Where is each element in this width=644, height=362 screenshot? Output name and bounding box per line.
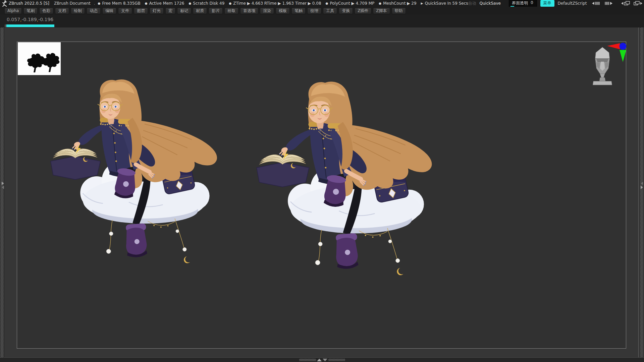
menu-tab[interactable]: 拾取 xyxy=(224,8,238,14)
alpha-silhouettes xyxy=(18,42,61,75)
menu-tab[interactable]: 动态 xyxy=(87,8,101,14)
title-bar-right: 自动 QuickSave 界面透明 0 菜单 DefaultZScript xyxy=(468,0,644,7)
menu-tab[interactable]: 首选项 xyxy=(240,8,258,14)
status-readouts: ● Free Mem 8.335GB ● Active Mem 1726 ● S… xyxy=(98,1,468,6)
status-bullet-icon: ● xyxy=(189,2,191,5)
menu-tab[interactable]: 标记 xyxy=(177,8,191,14)
hscroll-strip-left[interactable] xyxy=(299,359,316,361)
z-axis-dot-icon[interactable] xyxy=(620,43,627,50)
status-item: ● Scratch Disk 49 xyxy=(189,1,224,6)
sculpt-render-left[interactable] xyxy=(51,79,217,263)
menu-tab[interactable]: 文件 xyxy=(118,8,132,14)
status-bullet-icon: ● xyxy=(145,2,148,5)
scroll-right-icon[interactable] xyxy=(641,186,643,189)
menu-tab[interactable]: 宏 xyxy=(165,8,175,14)
menu-tab[interactable]: 工具 xyxy=(323,8,337,14)
status-text: MeshCount ▶ 29 xyxy=(383,1,416,6)
horizontal-scroll-bar xyxy=(0,357,644,362)
menu-tab[interactable]: 笔触 xyxy=(291,8,306,14)
menu-tab[interactable]: 模板 xyxy=(276,8,290,14)
menu-tab[interactable]: 文档 xyxy=(55,8,69,14)
menu-tab[interactable]: 纹理 xyxy=(307,8,321,14)
previous-document-icon[interactable] xyxy=(621,1,630,6)
right-scroll-strip[interactable] xyxy=(640,27,643,357)
status-item: ▶ QuickSave In 59 Secs xyxy=(421,1,468,6)
menu-tab[interactable]: 灯光 xyxy=(150,8,164,14)
coordinate-bar: 0.057,-0.189,-0.196 xyxy=(0,15,644,27)
camera-head-gizmo[interactable] xyxy=(593,44,612,86)
cursor-coordinates: 0.057,-0.189,-0.196 xyxy=(7,17,53,22)
status-bullet-icon: ● xyxy=(98,2,101,5)
scroll-down-icon[interactable] xyxy=(323,359,327,361)
status-item: ● Active Mem 1726 xyxy=(145,1,184,6)
menu-tab[interactable]: 编辑 xyxy=(102,8,116,14)
title-separator-dot: . xyxy=(94,1,95,6)
scroll-left-icon[interactable] xyxy=(2,186,4,189)
menu-bar: Alpha 笔刷 色彩 文档 绘制 动态 编辑 文件 图层 灯光 宏 标记 材质… xyxy=(0,7,644,15)
status-text: PolyCount ▶ 4.709 MP xyxy=(330,1,374,6)
hscroll-strip-right[interactable] xyxy=(328,359,345,361)
menu-toggle-button[interactable]: 菜单 xyxy=(540,0,554,7)
scroll-left-icon[interactable] xyxy=(641,182,643,185)
ui-opacity-label: 界面透明 xyxy=(512,0,528,6)
window-controls xyxy=(592,1,644,6)
right-panel-divider xyxy=(638,27,639,357)
scrub-forward-icon[interactable] xyxy=(604,1,612,5)
menu-tab[interactable]: 变换 xyxy=(339,8,353,14)
app-title: ZBrush 2022.0.5 [S] xyxy=(9,1,49,6)
ui-opacity-value: 0 xyxy=(531,0,533,6)
right-scroll-arrows[interactable] xyxy=(640,182,644,189)
quicksave-button[interactable]: QuickSave xyxy=(480,1,501,6)
title-bar: ZBrush 2022.0.5 [S] ZBrush Document . ● … xyxy=(0,0,644,7)
status-bullet-icon: ▶ xyxy=(421,2,423,5)
sculpt-render-right[interactable] xyxy=(257,81,432,275)
progress-fill xyxy=(6,24,54,27)
menu-tab[interactable]: Alpha xyxy=(4,8,22,14)
status-item: ● ZTime ▶ 4.663 RTime ▶ 1.963 Timer ▶ 0.… xyxy=(229,1,321,6)
next-document-icon[interactable] xyxy=(633,1,642,6)
status-text: ZTime ▶ 4.663 RTime ▶ 1.963 Timer ▶ 0.08 xyxy=(233,1,321,6)
quicksave-progress-bar xyxy=(5,24,55,27)
menu-tab[interactable]: Z脚本 xyxy=(373,8,390,14)
sculpt-scene[interactable] xyxy=(17,42,626,348)
document-canvas[interactable] xyxy=(17,42,626,349)
zbrush-window: ZBrush 2022.0.5 [S] ZBrush Document . ● … xyxy=(0,0,644,362)
menu-tab[interactable]: 图层 xyxy=(134,8,148,14)
alpha-preview-thumbnail xyxy=(18,42,61,75)
zbrush-logo-icon xyxy=(1,0,7,7)
status-text: Scratch Disk 49 xyxy=(193,1,224,6)
menu-tab[interactable]: 色彩 xyxy=(39,8,53,14)
menu-tab[interactable]: 材质 xyxy=(193,8,207,14)
status-text: Free Mem 8.335GB xyxy=(102,1,140,6)
menu-tab[interactable]: Z插件 xyxy=(355,8,371,14)
menu-tab[interactable]: 绘制 xyxy=(71,8,85,14)
menu-tab[interactable]: 笔刷 xyxy=(23,8,38,14)
menu-tab[interactable]: 渲染 xyxy=(260,8,274,14)
scrub-back-icon[interactable] xyxy=(592,1,601,5)
status-bullet-icon: ● xyxy=(379,2,381,5)
status-text: Active Mem 1726 xyxy=(149,1,184,6)
default-zscript-button[interactable]: DefaultZScript xyxy=(558,1,587,6)
left-panel-divider xyxy=(4,27,5,357)
status-item: ● MeshCount ▶ 29 xyxy=(379,1,416,6)
status-item: ● PolyCount ▶ 4.709 MP xyxy=(326,1,375,6)
menu-tab[interactable]: 帮助 xyxy=(392,8,406,14)
status-bullet-icon: ● xyxy=(326,2,328,5)
workspace xyxy=(0,27,644,357)
left-scroll-strip[interactable] xyxy=(1,27,3,357)
y-axis-arrow-icon[interactable] xyxy=(620,50,626,62)
status-bullet-icon: ● xyxy=(229,2,231,5)
document-title: ZBrush Document xyxy=(54,1,91,6)
status-text: QuickSave In 59 Secs xyxy=(425,1,468,6)
ui-opacity-slider[interactable]: 界面透明 0 xyxy=(509,0,537,7)
scroll-right-icon[interactable] xyxy=(2,182,4,185)
status-item: ● Free Mem 8.335GB xyxy=(98,1,141,6)
menu-tab[interactable]: 影片 xyxy=(209,8,223,14)
auto-quicksave-toggle[interactable]: 自动 xyxy=(468,1,476,6)
scroll-up-icon[interactable] xyxy=(317,359,322,361)
